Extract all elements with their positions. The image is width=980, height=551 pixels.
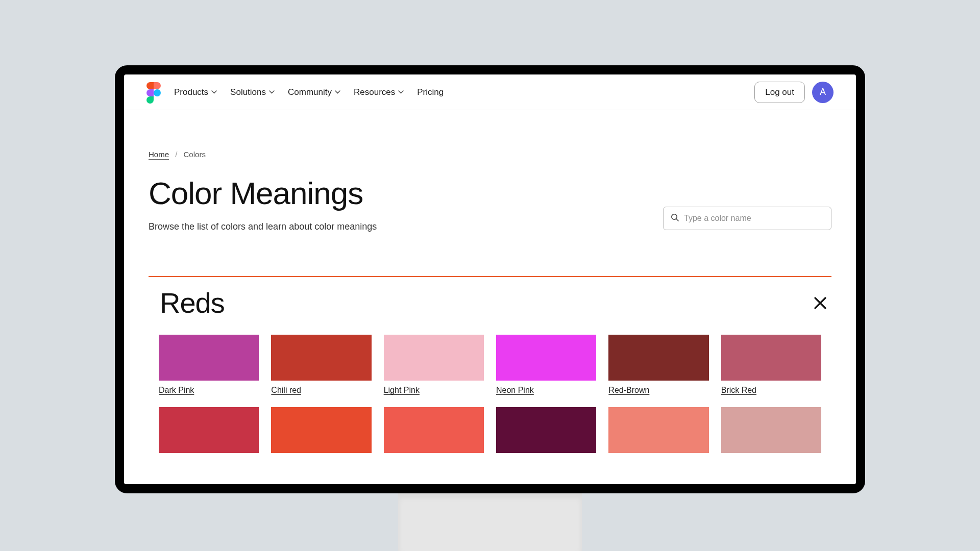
- page-subtitle: Browse the list of colors and learn abou…: [149, 221, 377, 232]
- page-title: Color Meanings: [149, 175, 377, 211]
- nav-item-label: Community: [288, 87, 332, 97]
- nav-item-label: Solutions: [230, 87, 266, 97]
- monitor-stand: [398, 493, 582, 551]
- top-nav: Products Solutions Community Resources P…: [124, 74, 856, 110]
- swatch-label: Chili red: [271, 386, 371, 395]
- chevron-down-icon: [335, 90, 340, 94]
- chevron-down-icon: [269, 90, 275, 94]
- color-chip: [721, 407, 821, 453]
- color-chip: [496, 407, 596, 453]
- logout-button[interactable]: Log out: [754, 82, 805, 103]
- swatch-brick-red[interactable]: Brick Red: [721, 335, 821, 395]
- swatch-neon-pink[interactable]: Neon Pink: [496, 335, 596, 395]
- nav-item-label: Products: [174, 87, 208, 97]
- nav-item-pricing[interactable]: Pricing: [417, 87, 444, 97]
- figma-logo[interactable]: [146, 82, 161, 103]
- swatch-item[interactable]: [608, 407, 708, 453]
- nav-item-resources[interactable]: Resources: [354, 87, 404, 97]
- breadcrumb: Home / Colors: [149, 150, 831, 159]
- swatch-label: Red-Brown: [608, 386, 708, 395]
- search-input[interactable]: [684, 214, 824, 223]
- color-chip: [159, 335, 259, 381]
- swatch-item[interactable]: [159, 407, 259, 453]
- swatch-item[interactable]: [271, 407, 371, 453]
- color-chip: [159, 407, 259, 453]
- color-chip: [496, 335, 596, 381]
- breadcrumb-separator: /: [175, 150, 177, 159]
- swatch-item[interactable]: [496, 407, 596, 453]
- color-chip: [271, 407, 371, 453]
- swatch-red-brown[interactable]: Red-Brown: [608, 335, 708, 395]
- close-icon[interactable]: [810, 293, 830, 313]
- swatch-chili-red[interactable]: Chili red: [271, 335, 371, 395]
- swatch-light-pink[interactable]: Light Pink: [384, 335, 484, 395]
- swatch-item[interactable]: [384, 407, 484, 453]
- swatch-label: Brick Red: [721, 386, 821, 395]
- nav-item-label: Pricing: [417, 87, 444, 97]
- swatch-label: Neon Pink: [496, 386, 596, 395]
- chevron-down-icon: [398, 90, 404, 94]
- color-chip: [721, 335, 821, 381]
- color-chip: [608, 335, 708, 381]
- nav-item-solutions[interactable]: Solutions: [230, 87, 275, 97]
- swatch-grid: Dark Pink Chili red Light Pink Neon Pink…: [149, 335, 831, 453]
- swatch-label: Light Pink: [384, 386, 484, 395]
- nav-right: Log out A: [754, 82, 834, 103]
- color-chip: [384, 335, 484, 381]
- color-chip: [384, 407, 484, 453]
- nav-links: Products Solutions Community Resources P…: [174, 87, 444, 97]
- nav-item-label: Resources: [354, 87, 395, 97]
- chevron-down-icon: [211, 90, 217, 94]
- screen: Products Solutions Community Resources P…: [124, 74, 856, 484]
- section-title: Reds: [150, 286, 225, 319]
- color-chip: [271, 335, 371, 381]
- search-icon: [671, 213, 679, 223]
- breadcrumb-current: Colors: [184, 150, 206, 159]
- avatar[interactable]: A: [812, 82, 834, 103]
- search-field[interactable]: [663, 207, 831, 230]
- content: Home / Colors Color Meanings Browse the …: [124, 110, 856, 484]
- header-row: Color Meanings Browse the list of colors…: [149, 175, 831, 232]
- swatch-label: Dark Pink: [159, 386, 259, 395]
- swatch-item[interactable]: [721, 407, 821, 453]
- breadcrumb-home[interactable]: Home: [149, 150, 169, 160]
- color-chip: [608, 407, 708, 453]
- nav-item-community[interactable]: Community: [288, 87, 340, 97]
- svg-line-1: [676, 219, 678, 221]
- section-header: Reds: [149, 286, 831, 319]
- title-block: Color Meanings Browse the list of colors…: [149, 175, 377, 232]
- section-divider: [149, 276, 831, 277]
- swatch-dark-pink[interactable]: Dark Pink: [159, 335, 259, 395]
- device-frame: Products Solutions Community Resources P…: [115, 65, 865, 493]
- nav-item-products[interactable]: Products: [174, 87, 217, 97]
